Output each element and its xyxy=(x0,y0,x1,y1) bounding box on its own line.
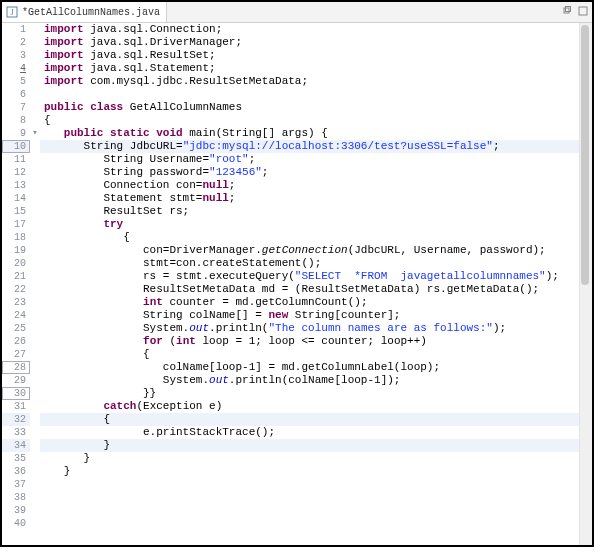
code-line[interactable]: 38 xyxy=(2,491,579,504)
code-line[interactable]: 1import java.sql.Connection; xyxy=(2,23,579,36)
code-editor[interactable]: 1import java.sql.Connection;2import java… xyxy=(2,23,579,545)
svg-rect-3 xyxy=(566,7,571,12)
code-line[interactable]: 19 con=DriverManager.getConnection(JdbcU… xyxy=(2,244,579,257)
code-line[interactable]: 18 { xyxy=(2,231,579,244)
gutter-annotation xyxy=(30,62,40,75)
code-line[interactable]: 8{ xyxy=(2,114,579,127)
code-line[interactable]: 33 e.printStackTrace(); xyxy=(2,426,579,439)
code-line[interactable]: 12 String password="123456"; xyxy=(2,166,579,179)
code-text: { xyxy=(40,231,579,244)
code-text xyxy=(40,478,579,491)
line-number: 9 xyxy=(2,127,30,140)
line-number: 8 xyxy=(2,114,30,127)
code-text: import java.sql.Statement; xyxy=(40,62,579,75)
code-line[interactable]: 3import java.sql.ResultSet; xyxy=(2,49,579,62)
vertical-scrollbar[interactable] xyxy=(579,23,592,545)
code-text: } xyxy=(40,439,579,452)
gutter-annotation xyxy=(30,49,40,62)
code-line[interactable]: 11 String Username="root"; xyxy=(2,153,579,166)
line-number: 29 xyxy=(2,374,30,387)
code-line[interactable]: 39 xyxy=(2,504,579,517)
code-line[interactable]: 27 { xyxy=(2,348,579,361)
code-line[interactable]: 10 String JdbcURL="jdbc:mysql://localhos… xyxy=(2,140,579,153)
code-text: ResultSetMetaData md = (ResultSetMetaDat… xyxy=(40,283,579,296)
line-number: 5 xyxy=(2,75,30,88)
code-line[interactable]: 9▾ public static void main(String[] args… xyxy=(2,127,579,140)
code-line[interactable]: 22 ResultSetMetaData md = (ResultSetMeta… xyxy=(2,283,579,296)
line-number: 25 xyxy=(2,322,30,335)
code-text: String colName[] = new String[counter]; xyxy=(40,309,579,322)
code-line[interactable]: 14 Statement stmt=null; xyxy=(2,192,579,205)
scrollbar-thumb[interactable] xyxy=(581,25,589,285)
line-number: 7 xyxy=(2,101,30,114)
code-text: colName[loop-1] = md.getColumnLabel(loop… xyxy=(40,361,579,374)
gutter-annotation xyxy=(30,387,40,400)
line-number: 26 xyxy=(2,335,30,348)
code-text: ResultSet rs; xyxy=(40,205,579,218)
line-number: 18 xyxy=(2,231,30,244)
code-line[interactable]: 24 String colName[] = new String[counter… xyxy=(2,309,579,322)
line-number: 39 xyxy=(2,504,30,517)
code-line[interactable]: 15 ResultSet rs; xyxy=(2,205,579,218)
gutter-annotation: ▾ xyxy=(30,127,40,140)
line-number: 37 xyxy=(2,478,30,491)
code-line[interactable]: 36 } xyxy=(2,465,579,478)
line-number: 30 xyxy=(2,387,30,400)
code-line[interactable]: 29 System.out.println(colName[loop-1]); xyxy=(2,374,579,387)
code-text: con=DriverManager.getConnection(JdbcURL,… xyxy=(40,244,579,257)
code-line[interactable]: 31 catch(Exception e) xyxy=(2,400,579,413)
code-text: String password="123456"; xyxy=(40,166,579,179)
code-line[interactable]: 30 }} xyxy=(2,387,579,400)
code-line[interactable]: 28 colName[loop-1] = md.getColumnLabel(l… xyxy=(2,361,579,374)
code-line[interactable]: 40 xyxy=(2,517,579,530)
code-text: import java.sql.ResultSet; xyxy=(40,49,579,62)
line-number: 4 xyxy=(2,62,30,75)
code-line[interactable]: 2import java.sql.DriverManager; xyxy=(2,36,579,49)
code-text: String JdbcURL="jdbc:mysql://localhost:3… xyxy=(40,140,579,153)
line-number: 28 xyxy=(2,361,30,374)
code-line[interactable]: 35 } xyxy=(2,452,579,465)
gutter-annotation xyxy=(30,465,40,478)
restore-icon[interactable] xyxy=(560,4,574,18)
code-line[interactable]: 21 rs = stmt.executeQuery("SELECT *FROM … xyxy=(2,270,579,283)
line-number: 36 xyxy=(2,465,30,478)
tab-title: *GetAllColumnNames.java xyxy=(22,7,160,18)
line-number: 22 xyxy=(2,283,30,296)
line-number: 19 xyxy=(2,244,30,257)
maximize-icon[interactable] xyxy=(576,4,590,18)
code-line[interactable]: 37 xyxy=(2,478,579,491)
code-line[interactable]: 26 for (int loop = 1; loop <= counter; l… xyxy=(2,335,579,348)
code-line[interactable]: 32 { xyxy=(2,413,579,426)
gutter-annotation xyxy=(30,296,40,309)
code-line[interactable]: 13 Connection con=null; xyxy=(2,179,579,192)
code-text: } xyxy=(40,452,579,465)
line-number: 23 xyxy=(2,296,30,309)
line-number: 31 xyxy=(2,400,30,413)
code-line[interactable]: 6 xyxy=(2,88,579,101)
code-text xyxy=(40,517,579,530)
line-number: 2 xyxy=(2,36,30,49)
tab-file[interactable]: J *GetAllColumnNames.java xyxy=(2,2,167,22)
code-text: { xyxy=(40,348,579,361)
code-text: e.printStackTrace(); xyxy=(40,426,579,439)
code-text: rs = stmt.executeQuery("SELECT *FROM jav… xyxy=(40,270,579,283)
code-text xyxy=(40,504,579,517)
code-line[interactable]: 20 stmt=con.createStatement(); xyxy=(2,257,579,270)
code-line[interactable]: 17 try xyxy=(2,218,579,231)
gutter-annotation xyxy=(30,335,40,348)
code-text: int counter = md.getColumnCount(); xyxy=(40,296,579,309)
code-line[interactable]: 23 int counter = md.getColumnCount(); xyxy=(2,296,579,309)
code-line[interactable]: 34 } xyxy=(2,439,579,452)
code-line[interactable]: 5import com.mysql.jdbc.ResultSetMetaData… xyxy=(2,75,579,88)
gutter-annotation xyxy=(30,244,40,257)
line-number: 21 xyxy=(2,270,30,283)
code-line[interactable]: 4import java.sql.Statement; xyxy=(2,62,579,75)
gutter-annotation xyxy=(30,270,40,283)
line-number: 15 xyxy=(2,205,30,218)
line-number: 27 xyxy=(2,348,30,361)
line-number: 34 xyxy=(2,439,30,452)
tab-right-controls xyxy=(560,4,590,18)
gutter-annotation xyxy=(30,192,40,205)
code-line[interactable]: 7public class GetAllColumnNames xyxy=(2,101,579,114)
code-line[interactable]: 25 System.out.println("The column names … xyxy=(2,322,579,335)
